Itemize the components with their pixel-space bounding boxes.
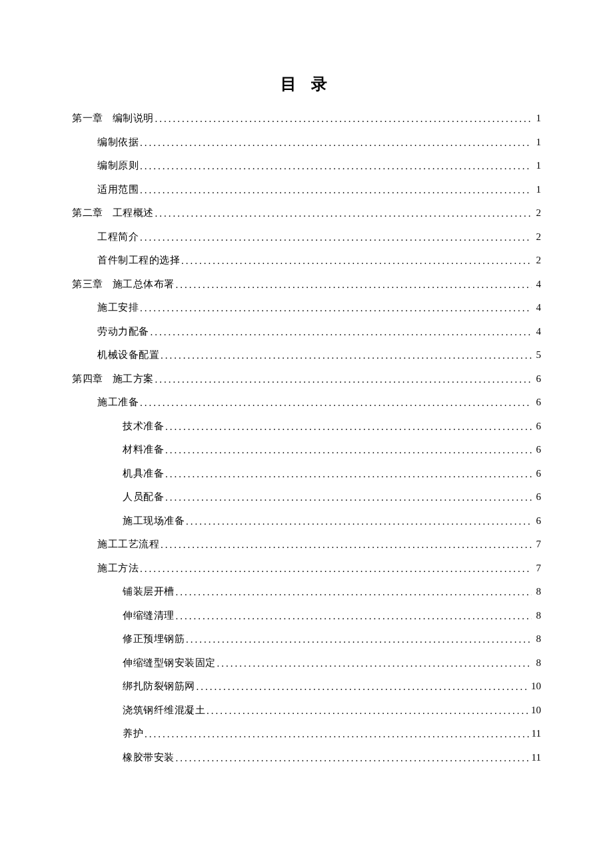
- toc-entry-page: 8: [533, 587, 541, 597]
- toc-entry: 首件制工程的选择2: [72, 255, 541, 265]
- toc-leader-dots: [155, 375, 532, 385]
- toc-leader-dots: [176, 280, 532, 290]
- toc-entry-text: 浇筑钢纤维混凝土: [123, 705, 205, 715]
- toc-leader-dots: [186, 635, 532, 645]
- toc-leader-dots: [207, 706, 530, 716]
- toc-entry-label: 第二章工程概述: [72, 208, 154, 218]
- toc-entry: 施工现场准备6: [72, 516, 541, 526]
- toc-entry: 养护11: [72, 729, 541, 739]
- toc-entry-page: 6: [533, 397, 541, 407]
- toc-entry-page: 4: [533, 303, 541, 313]
- toc-entry-text: 机具准备: [123, 468, 164, 479]
- toc-entry-page: 4: [533, 327, 541, 337]
- toc-leader-dots: [155, 114, 532, 124]
- toc-entry-page: 7: [533, 563, 541, 573]
- toc-entry-page: 6: [533, 374, 541, 384]
- toc-entry: 机具准备6: [72, 469, 541, 479]
- toc-leader-dots: [176, 611, 532, 621]
- toc-entry-label: 施工安排: [97, 303, 139, 313]
- toc-page: 目 录 第一章编制说明1编制依据1编制原则1适用范围1第二章工程概述2工程简介2…: [0, 0, 613, 763]
- toc-entry-label: 绑扎防裂钢筋网: [123, 681, 195, 691]
- toc-entry: 第二章工程概述2: [72, 208, 541, 218]
- toc-chapter-prefix: 第三章: [72, 279, 103, 289]
- toc-entry-page: 8: [533, 611, 541, 621]
- toc-chapter-prefix: 第一章: [72, 113, 103, 123]
- toc-entry: 编制原则1: [72, 161, 541, 171]
- toc-entry-label: 人员配备: [123, 492, 164, 502]
- toc-entry: 材料准备6: [72, 445, 541, 455]
- toc-entry-page: 8: [533, 634, 541, 644]
- toc-entry-label: 伸缩缝清理: [123, 611, 175, 621]
- toc-leader-dots: [217, 659, 532, 669]
- toc-leader-dots: [165, 493, 532, 503]
- toc-entry-text: 技术准备: [123, 421, 164, 431]
- toc-title: 目 录: [72, 73, 541, 95]
- toc-entry-text: 伸缩缝型钢安装固定: [123, 657, 216, 668]
- toc-entry-page: 8: [533, 658, 541, 668]
- toc-entry-label: 机械设备配置: [97, 350, 159, 360]
- toc-entry-label: 浇筑钢纤维混凝土: [123, 705, 205, 715]
- toc-entry-page: 2: [533, 232, 541, 242]
- toc-leader-dots: [161, 351, 532, 361]
- toc-entry-text: 工程简介: [97, 231, 139, 242]
- toc-entry-label: 铺装层开槽: [123, 587, 175, 597]
- toc-leader-dots: [155, 209, 532, 219]
- toc-entry-label: 第四章施工方案: [72, 374, 154, 384]
- toc-entry-label: 编制原则: [97, 161, 139, 171]
- toc-leader-dots: [140, 564, 532, 574]
- toc-entry: 第四章施工方案6: [72, 374, 541, 384]
- toc-entry-label: 首件制工程的选择: [97, 255, 180, 265]
- toc-entry-text: 机械设备配置: [97, 349, 159, 360]
- toc-entry-label: 伸缩缝型钢安装固定: [123, 658, 216, 668]
- toc-entry-text: 施工工艺流程: [97, 539, 159, 549]
- toc-list: 第一章编制说明1编制依据1编制原则1适用范围1第二章工程概述2工程简介2首件制工…: [72, 113, 541, 763]
- toc-entry-page: 6: [533, 469, 541, 479]
- toc-leader-dots: [165, 469, 532, 479]
- toc-entry: 绑扎防裂钢筋网10: [72, 681, 541, 691]
- toc-entry-page: 7: [533, 539, 541, 549]
- toc-leader-dots: [140, 398, 532, 408]
- toc-leader-dots: [140, 161, 532, 171]
- toc-entry-text: 编制依据: [97, 137, 139, 147]
- toc-leader-dots: [186, 517, 532, 527]
- toc-entry-text: 施工安排: [97, 302, 139, 313]
- toc-entry-text: 铺装层开槽: [123, 586, 175, 597]
- toc-leader-dots: [176, 587, 532, 597]
- toc-entry-label: 机具准备: [123, 469, 164, 479]
- toc-entry-label: 第一章编制说明: [72, 113, 154, 123]
- toc-entry: 劳动力配备4: [72, 327, 541, 337]
- toc-entry-label: 施工现场准备: [123, 516, 185, 526]
- toc-entry-label: 施工工艺流程: [97, 539, 159, 549]
- toc-entry: 技术准备6: [72, 421, 541, 431]
- toc-leader-dots: [165, 445, 532, 455]
- toc-entry-page: 2: [533, 255, 541, 265]
- toc-entry: 铺装层开槽8: [72, 587, 541, 597]
- toc-entry-page: 5: [533, 350, 541, 360]
- toc-entry-text: 施工准备: [97, 397, 139, 407]
- toc-entry: 适用范围1: [72, 185, 541, 195]
- toc-leader-dots: [151, 327, 532, 337]
- toc-entry: 机械设备配置5: [72, 350, 541, 360]
- toc-entry: 浇筑钢纤维混凝土10: [72, 705, 541, 715]
- toc-entry-text: 施工方案: [113, 373, 154, 384]
- toc-entry-text: 编制原则: [97, 160, 139, 171]
- toc-entry-label: 编制依据: [97, 137, 139, 147]
- toc-entry-label: 材料准备: [123, 445, 164, 455]
- toc-entry: 伸缩缝清理8: [72, 611, 541, 621]
- toc-entry-page: 1: [533, 113, 541, 123]
- toc-entry-text: 绑扎防裂钢筋网: [123, 681, 195, 691]
- toc-entry-label: 橡胶带安装: [123, 753, 175, 763]
- toc-entry: 工程简介2: [72, 232, 541, 242]
- toc-entry-page: 1: [533, 161, 541, 171]
- toc-entry-text: 人员配备: [123, 491, 164, 502]
- toc-entry-text: 材料准备: [123, 444, 164, 455]
- toc-leader-dots: [140, 138, 532, 148]
- toc-leader-dots: [145, 729, 530, 739]
- toc-entry-label: 适用范围: [97, 185, 139, 195]
- toc-entry-label: 养护: [123, 729, 143, 739]
- toc-leader-dots: [181, 256, 532, 266]
- toc-leader-dots: [176, 753, 530, 763]
- toc-entry-text: 适用范围: [97, 184, 139, 195]
- toc-entry-page: 11: [532, 729, 541, 739]
- toc-entry-label: 技术准备: [123, 421, 164, 431]
